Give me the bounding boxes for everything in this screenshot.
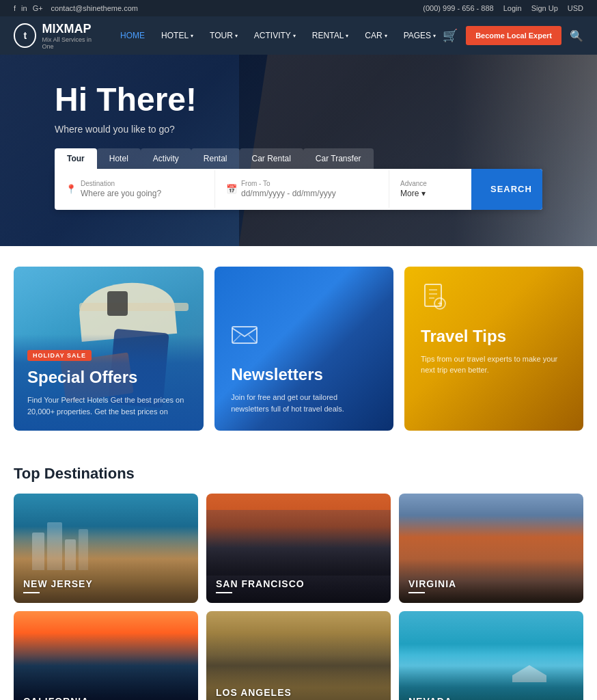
nav-right: 🛒 Become Local Expert 🔍 xyxy=(443,26,583,45)
travel-tips-desc: Tips from our travel experts to make you… xyxy=(421,353,567,376)
newsletter-icon xyxy=(231,321,377,354)
hero-section: Hi There! Where would you like to go? To… xyxy=(0,55,597,246)
dest-card-virginia[interactable]: VIRGINIA xyxy=(399,494,583,603)
dest-name-nj: NEW JERSEY xyxy=(23,578,93,589)
travel-tips-icon xyxy=(421,283,567,316)
logo-circle: t xyxy=(14,23,36,48)
promo-card-special-offers[interactable]: HOLIDAY SALE Special Offers Find Your Pe… xyxy=(14,267,204,431)
dest-card-los-angeles[interactable]: LOS ANGELES 17 Hotels • 24 Tours • 22 Ac… xyxy=(206,611,391,700)
newsletters-desc: Join for free and get our tailored newsl… xyxy=(231,392,377,414)
tab-rental[interactable]: Rental xyxy=(191,148,240,169)
nav-menu: HOME HOTEL ▾ TOUR ▾ ACTIVITY ▾ RENTAL ▾ … xyxy=(113,16,443,55)
destination-field: 📍 Destination xyxy=(55,170,215,208)
login-link[interactable]: Login xyxy=(503,4,522,12)
nav-hotel[interactable]: HOTEL ▾ xyxy=(154,16,200,55)
dest-overlay xyxy=(14,611,198,700)
destination-input[interactable] xyxy=(81,189,204,198)
special-offers-desc: Find Your Perfect Hotels Get the best pr… xyxy=(27,394,190,417)
nav-home[interactable]: HOME xyxy=(113,16,152,55)
social-icons: f in G+ xyxy=(14,4,43,12)
google-plus-icon[interactable]: G+ xyxy=(33,4,43,12)
dest-card-san-francisco[interactable]: SAN FRANCISCO xyxy=(206,494,391,603)
svg-rect-0 xyxy=(232,327,257,343)
search-button[interactable]: SEARCH xyxy=(471,169,542,210)
special-offers-title: Special Offers xyxy=(27,368,190,388)
nav-pages[interactable]: PAGES ▾ xyxy=(397,16,443,55)
travel-tips-title: Travel Tips xyxy=(421,327,567,347)
dest-img-la: LOS ANGELES 17 Hotels • 24 Tours • 22 Ac… xyxy=(206,611,391,700)
nav-activity[interactable]: ACTIVITY ▾ xyxy=(247,16,303,55)
destinations-section: Top Destinations NEW JERSEY xyxy=(0,451,597,700)
nav-tour[interactable]: TOUR ▾ xyxy=(203,16,245,55)
linkedin-icon[interactable]: in xyxy=(21,4,27,12)
search-bar: 📍 Destination 📅 From - To Advance More ▾… xyxy=(55,169,542,210)
dest-underline-sf xyxy=(216,592,232,593)
top-bar-right: (000) 999 - 656 - 888 Login Sign Up USD xyxy=(423,4,583,12)
date-label: From - To xyxy=(241,180,378,187)
dest-img-sf: SAN FRANCISCO xyxy=(206,494,391,603)
advance-label: Advance xyxy=(400,180,460,187)
logo-text: MIXMAP Mix All Services in One xyxy=(42,22,100,50)
phone-number: (000) 999 - 656 - 888 xyxy=(423,4,493,12)
brand-name: MIXMAP xyxy=(42,22,100,36)
tab-hotel[interactable]: Hotel xyxy=(97,148,141,169)
tab-activity[interactable]: Activity xyxy=(141,148,191,169)
dest-overlay xyxy=(399,611,583,700)
advance-field: Advance More ▾ xyxy=(389,170,471,208)
navbar: t MIXMAP Mix All Services in One HOME HO… xyxy=(0,16,597,55)
dest-name-nv: NEVADA xyxy=(408,696,452,700)
currency-selector[interactable]: USD xyxy=(568,4,583,12)
hero-title: Hi There! xyxy=(55,82,542,118)
destinations-grid: NEW JERSEY SAN FRANCISCO VIRGINIA xyxy=(14,494,583,700)
calendar-icon: 📅 xyxy=(226,184,237,194)
dest-name-va: VIRGINIA xyxy=(408,578,456,589)
brand-sub: Mix All Services in One xyxy=(42,36,100,50)
hero-subtitle: Where would you like to go? xyxy=(55,124,542,135)
date-field: 📅 From - To xyxy=(215,170,389,208)
signup-link[interactable]: Sign Up xyxy=(531,4,558,12)
date-input[interactable] xyxy=(241,189,378,198)
facebook-icon[interactable]: f xyxy=(14,4,16,12)
logo[interactable]: t MIXMAP Mix All Services in One xyxy=(14,22,100,50)
destination-label: Destination xyxy=(81,180,204,187)
location-icon: 📍 xyxy=(66,184,77,194)
become-expert-button[interactable]: Become Local Expert xyxy=(466,26,561,45)
badge-holiday-sale: HOLIDAY SALE xyxy=(27,350,92,361)
promo-card-travel-tips[interactable]: Travel Tips Tips from our travel experts… xyxy=(404,267,583,431)
destinations-title: Top Destinations xyxy=(14,465,583,483)
newsletters-title: Newsletters xyxy=(231,365,377,385)
tab-car-rental[interactable]: Car Rental xyxy=(240,148,303,169)
tab-tour[interactable]: Tour xyxy=(55,148,97,169)
logo-letter: t xyxy=(23,30,27,41)
dest-underline-nj xyxy=(23,592,40,593)
dest-underline-va xyxy=(408,592,425,593)
promo-card-newsletters[interactable]: Newsletters Join for free and get our ta… xyxy=(214,267,393,431)
dest-name-la: LOS ANGELES xyxy=(216,687,336,698)
svg-rect-1 xyxy=(425,284,441,306)
tab-car-transfer[interactable]: Car Transfer xyxy=(303,148,374,169)
search-icon[interactable]: 🔍 xyxy=(570,29,583,42)
dest-card-new-jersey[interactable]: NEW JERSEY xyxy=(14,494,198,603)
cart-icon[interactable]: 🛒 xyxy=(443,28,458,43)
advance-more[interactable]: More ▾ xyxy=(400,189,460,198)
top-bar-left: f in G+ contact@shinetheme.com xyxy=(14,4,138,12)
dest-img-va: VIRGINIA xyxy=(399,494,583,603)
dest-name-ca: CALIFORNIA xyxy=(23,696,89,700)
dest-img-ca: CALIFORNIA xyxy=(14,611,198,700)
email-link[interactable]: contact@shinetheme.com xyxy=(51,4,138,12)
search-tabs: Tour Hotel Activity Rental Car Rental Ca… xyxy=(55,148,542,169)
promo-section: HOLIDAY SALE Special Offers Find Your Pe… xyxy=(0,246,597,451)
dest-card-california[interactable]: CALIFORNIA xyxy=(14,611,198,700)
dest-card-nevada[interactable]: NEVADA xyxy=(399,611,583,700)
nav-rental[interactable]: RENTAL ▾ xyxy=(305,16,355,55)
dest-img-nv: NEVADA xyxy=(399,611,583,700)
dest-name-sf: SAN FRANCISCO xyxy=(216,578,305,589)
dest-img-nj: NEW JERSEY xyxy=(14,494,198,603)
nav-car[interactable]: CAR ▾ xyxy=(358,16,393,55)
top-bar: f in G+ contact@shinetheme.com (000) 999… xyxy=(0,0,597,16)
